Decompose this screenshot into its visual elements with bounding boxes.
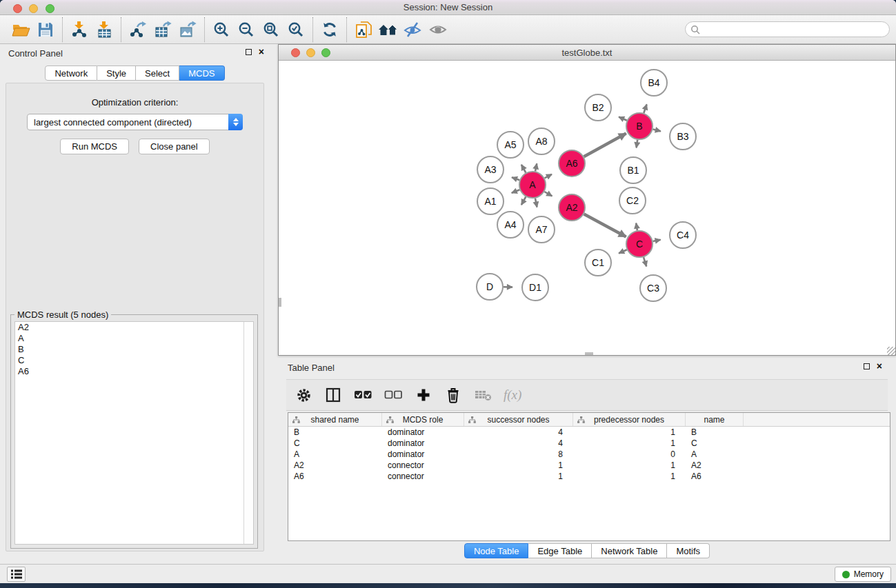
delete-table-button[interactable]	[474, 385, 492, 405]
edge-A-A3[interactable]	[512, 177, 519, 180]
tab-select[interactable]: Select	[136, 65, 179, 81]
table-cell[interactable]: 1	[573, 460, 686, 471]
add-column-button[interactable]	[415, 385, 432, 405]
table-cell[interactable]: C	[686, 438, 744, 449]
refresh-button[interactable]	[317, 18, 342, 41]
table-row[interactable]: Adominator80A	[288, 449, 890, 460]
edge-A-A7[interactable]	[535, 199, 537, 207]
graph-node-C3[interactable]: C3	[640, 275, 666, 301]
resize-grip-icon[interactable]	[887, 347, 895, 355]
select-all-columns-button[interactable]	[354, 385, 372, 405]
import-table-button[interactable]	[92, 18, 117, 41]
edge-C-C4[interactable]	[653, 240, 661, 241]
column-header-shared-name[interactable]: shared name	[288, 413, 382, 426]
result-scrollbar[interactable]	[243, 322, 253, 544]
graph-node-A1[interactable]: A1	[477, 188, 504, 214]
run-mcds-button[interactable]: Run MCDS	[60, 139, 129, 154]
graph-node-B4[interactable]: B4	[641, 70, 667, 96]
table-cell[interactable]: 8	[464, 449, 573, 460]
tab-network-table[interactable]: Network Table	[592, 543, 667, 558]
edge-A-A6[interactable]	[545, 174, 552, 179]
export-image-button[interactable]	[175, 18, 200, 41]
graph-node-A8[interactable]: A8	[528, 128, 555, 154]
task-history-button[interactable]	[7, 567, 26, 582]
column-view-button[interactable]	[324, 385, 342, 405]
edge-C-C1[interactable]	[619, 250, 627, 253]
graph-node-A6[interactable]: A6	[559, 150, 585, 176]
table-cell[interactable]: A6	[686, 471, 744, 482]
edge-A-A8[interactable]	[535, 163, 537, 171]
zoom-selected-button[interactable]	[283, 18, 308, 41]
graph-node-A[interactable]: A	[519, 172, 546, 198]
tab-network[interactable]: Network	[45, 65, 97, 81]
float-panel-icon[interactable]	[246, 49, 252, 55]
graph-node-D1[interactable]: D1	[522, 274, 548, 301]
edge-B-B3[interactable]	[653, 130, 661, 132]
table-cell[interactable]: A2	[288, 460, 382, 471]
export-network-button[interactable]	[126, 18, 150, 41]
column-header-successor-nodes[interactable]: successor nodes	[464, 413, 573, 426]
table-cell[interactable]: dominator	[382, 449, 464, 460]
result-item[interactable]: A6	[15, 366, 253, 377]
first-neighbors-button[interactable]	[376, 18, 401, 41]
table-row[interactable]: A6connector11A6	[288, 471, 890, 482]
graph-node-C4[interactable]: C4	[670, 222, 696, 248]
edge-A-A4[interactable]	[521, 197, 526, 205]
search-input[interactable]	[703, 23, 889, 36]
table-row[interactable]: Cdominator41C	[288, 438, 890, 449]
table-float-panel-icon[interactable]	[864, 363, 870, 369]
table-cell[interactable]: 1	[573, 438, 686, 449]
table-cell[interactable]: 0	[573, 449, 686, 460]
graph-node-B2[interactable]: B2	[585, 94, 611, 121]
table-cell[interactable]: 4	[464, 427, 573, 438]
edge-C-C3[interactable]	[644, 257, 646, 266]
zoom-out-button[interactable]	[234, 18, 259, 41]
table-cell[interactable]	[744, 460, 890, 471]
table-cell[interactable]: 1	[464, 471, 573, 482]
edge-C-C2[interactable]	[636, 223, 637, 231]
edge-A-A5[interactable]	[521, 165, 526, 173]
table-cell[interactable]: dominator	[382, 438, 464, 449]
table-cell[interactable]: C	[288, 438, 382, 449]
table-cell[interactable]: 1	[573, 427, 686, 438]
table-cell[interactable]: A	[288, 449, 382, 460]
edge-A-A2[interactable]	[544, 192, 552, 196]
table-cell[interactable]: B	[288, 427, 382, 438]
graph-node-A5[interactable]: A5	[497, 132, 524, 158]
graph-node-B3[interactable]: B3	[670, 123, 696, 150]
edge-A-A1[interactable]	[512, 190, 520, 193]
table-cell[interactable]: 1	[464, 460, 573, 471]
close-panel-icon[interactable]: ×	[259, 48, 264, 55]
network-horizontal-scrollbar[interactable]	[585, 352, 593, 355]
table-cell[interactable]	[744, 449, 890, 460]
new-network-from-selection-button[interactable]	[351, 18, 376, 41]
table-settings-button[interactable]	[295, 385, 312, 405]
result-item[interactable]: C	[15, 355, 253, 366]
graph-node-D[interactable]: D	[477, 274, 503, 300]
function-builder-button[interactable]: f(x)	[504, 385, 521, 405]
graph-node-B1[interactable]: B1	[620, 157, 646, 183]
graph-node-A3[interactable]: A3	[477, 156, 504, 183]
graph-node-A4[interactable]: A4	[497, 212, 524, 238]
deselect-all-columns-button[interactable]	[384, 385, 403, 405]
table-cell[interactable]: 1	[573, 471, 686, 482]
graph-node-C[interactable]: C	[626, 231, 653, 257]
open-file-button[interactable]	[8, 18, 33, 41]
table-cell[interactable]: A	[686, 449, 744, 460]
table-cell[interactable]: connector	[382, 460, 464, 471]
result-item[interactable]: B	[15, 344, 253, 355]
tab-motifs[interactable]: Motifs	[667, 543, 710, 558]
tab-edge-table[interactable]: Edge Table	[528, 543, 592, 558]
table-cell[interactable]: A2	[686, 460, 744, 471]
close-panel-button[interactable]: Close panel	[139, 139, 210, 154]
result-item[interactable]: A2	[15, 322, 253, 333]
export-table-button[interactable]	[150, 18, 175, 41]
delete-column-button[interactable]	[444, 385, 462, 405]
edge-B-B4[interactable]	[644, 104, 646, 113]
memory-button[interactable]: Memory	[835, 567, 891, 582]
edge-B-B1[interactable]	[637, 140, 638, 148]
show-all-button[interactable]	[426, 18, 450, 41]
save-session-button[interactable]	[33, 18, 58, 41]
tab-node-table[interactable]: Node Table	[464, 543, 529, 558]
graph-node-A2[interactable]: A2	[559, 194, 585, 221]
